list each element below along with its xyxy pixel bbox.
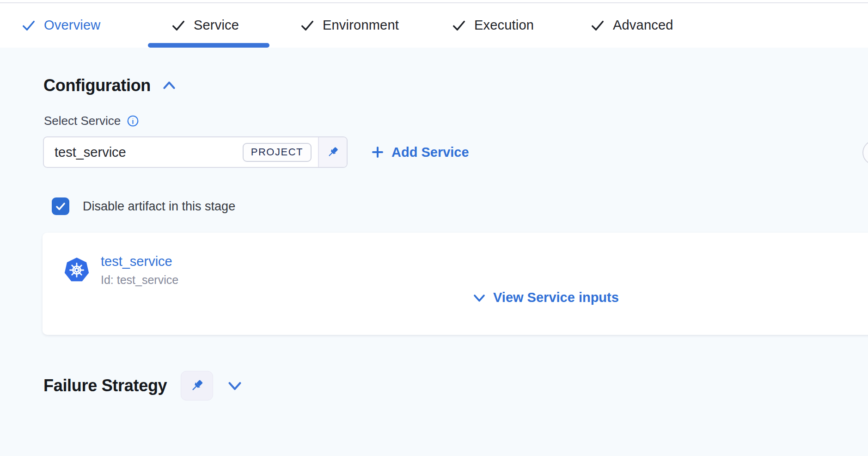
- check-icon: [590, 18, 605, 33]
- chevron-down-icon: [227, 380, 243, 392]
- service-name-link[interactable]: test_service: [101, 254, 172, 269]
- check-icon: [171, 18, 186, 33]
- tab-execution[interactable]: Execution: [451, 3, 534, 48]
- disable-artifact-label: Disable artifact in this stage: [83, 199, 235, 214]
- chevron-up-icon: [162, 80, 177, 91]
- tab-overview[interactable]: Overview: [21, 3, 100, 48]
- service-input-value: test_service: [55, 145, 243, 160]
- input-type-pin-button[interactable]: [318, 137, 347, 167]
- stage-tabbar: Overview Service Environment Execution A…: [0, 0, 868, 48]
- kubernetes-icon: [64, 257, 90, 283]
- configuration-section-header: Configuration: [43, 76, 177, 95]
- add-service-label: Add Service: [391, 145, 469, 160]
- tab-label: Service: [194, 18, 239, 33]
- active-tab-indicator: [148, 43, 269, 48]
- service-select-input-group: test_service PROJECT: [43, 136, 348, 168]
- tab-label: Advanced: [613, 18, 673, 33]
- tab-label: Environment: [323, 18, 399, 33]
- disable-artifact-checkbox[interactable]: [52, 197, 69, 215]
- check-icon: [21, 18, 37, 33]
- failure-strategy-heading: Failure Strategy: [43, 376, 167, 395]
- view-service-inputs-button[interactable]: View Service inputs: [472, 290, 619, 305]
- select-service-row: Select Service: [44, 114, 139, 128]
- view-service-inputs-label: View Service inputs: [493, 290, 619, 305]
- pushpin-icon: [326, 145, 340, 159]
- disable-artifact-checkbox-row[interactable]: Disable artifact in this stage: [52, 197, 235, 215]
- tab-label: Execution: [474, 18, 534, 33]
- failure-strategy-pin-button[interactable]: [181, 371, 213, 401]
- chevron-down-icon: [472, 292, 486, 304]
- stage-configuration-page: Overview Service Environment Execution A…: [0, 0, 868, 456]
- plus-icon: [371, 145, 385, 159]
- info-circle-icon[interactable]: [127, 115, 139, 127]
- pushpin-icon: [189, 378, 205, 394]
- check-icon: [300, 18, 315, 33]
- failure-strategy-section: Failure Strategy: [43, 371, 243, 401]
- service-select-input[interactable]: test_service PROJECT: [44, 137, 318, 167]
- tab-advanced[interactable]: Advanced: [590, 3, 673, 48]
- configuration-heading: Configuration: [43, 76, 151, 95]
- scope-badge: PROJECT: [243, 143, 312, 162]
- check-icon: [451, 18, 467, 33]
- tab-service[interactable]: Service: [171, 3, 239, 48]
- select-service-label: Select Service: [44, 114, 121, 128]
- tab-label: Overview: [44, 18, 100, 33]
- add-service-button[interactable]: Add Service: [371, 136, 469, 168]
- service-id-text: Id: test_service: [101, 273, 178, 287]
- tabbar-top-divider: [0, 2, 868, 3]
- failure-strategy-expand-button[interactable]: [227, 380, 243, 392]
- edge-floating-button[interactable]: [862, 140, 868, 165]
- collapse-section-button[interactable]: [162, 80, 177, 91]
- check-icon: [55, 200, 67, 212]
- tab-environment[interactable]: Environment: [300, 3, 399, 48]
- service-card: test_service Id: test_service View Servi…: [43, 233, 868, 335]
